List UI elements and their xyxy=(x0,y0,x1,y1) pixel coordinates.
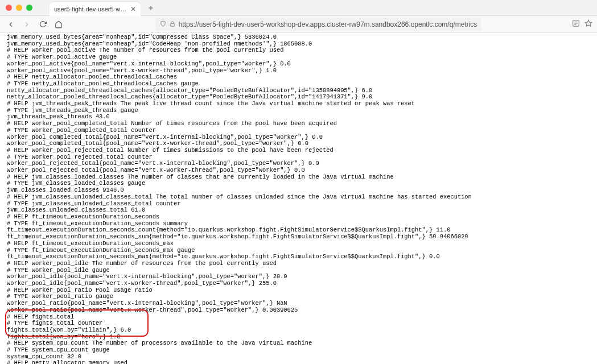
close-window-button[interactable] xyxy=(6,5,12,11)
svg-marker-5 xyxy=(585,20,592,26)
close-tab-icon[interactable]: ✕ xyxy=(130,5,136,13)
forward-button[interactable] xyxy=(20,18,33,31)
minimize-window-button[interactable] xyxy=(16,5,22,11)
zoom-window-button[interactable] xyxy=(26,5,32,11)
reader-mode-icon[interactable] xyxy=(572,19,580,29)
url-text: https://user5-fight-dev-user5-workshop-d… xyxy=(179,20,477,28)
back-button[interactable] xyxy=(5,18,17,31)
browser-tab[interactable]: user5-fight-dev-user5-workshop-d ✕ xyxy=(50,2,141,16)
new-tab-button[interactable]: ＋ xyxy=(145,2,157,14)
lock-icon xyxy=(170,21,175,28)
shield-icon xyxy=(160,20,166,28)
address-bar[interactable]: https://user5-fight-dev-user5-workshop-d… xyxy=(155,18,482,31)
bookmark-icon[interactable] xyxy=(584,19,592,29)
tab-title: user5-fight-dev-user5-workshop-d xyxy=(54,6,128,13)
window-controls xyxy=(6,5,32,11)
svg-rect-0 xyxy=(170,23,175,26)
tab-strip: user5-fight-dev-user5-workshop-d ✕ ＋ xyxy=(0,0,597,16)
home-button[interactable] xyxy=(52,18,65,31)
browser-toolbar: https://user5-fight-dev-user5-workshop-d… xyxy=(0,16,597,33)
metrics-text-content: jvm_memory_used_bytes{area="nonheap",id=… xyxy=(0,33,597,364)
reload-button[interactable] xyxy=(36,18,49,31)
